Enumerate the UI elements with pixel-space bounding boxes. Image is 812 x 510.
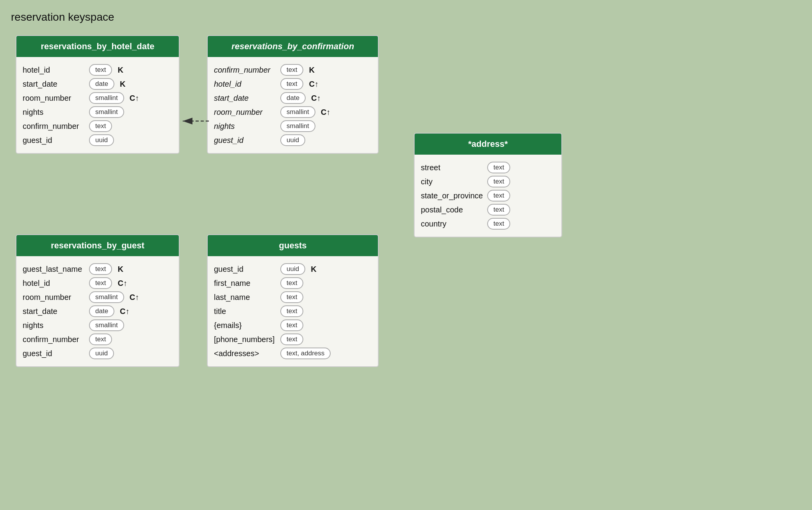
table-body-guests: guest_iduuidKfirst_nametextlast_nametext… <box>208 256 378 366</box>
field-name: hotel_id <box>214 80 276 89</box>
field-name: room_number <box>214 108 276 117</box>
table-row: guest_iduuid <box>23 134 173 146</box>
field-name: guest_id <box>214 136 276 145</box>
table-row: guest_last_nametextK <box>23 263 173 275</box>
field-name: postal_code <box>421 205 483 214</box>
type-badge: smallint <box>280 120 315 132</box>
field-name: guest_last_name <box>23 265 85 274</box>
table-row: guest_iduuid <box>214 134 372 146</box>
field-name: hotel_id <box>23 279 85 288</box>
type-badge: text <box>487 162 510 173</box>
table-row: room_numbersmallintC↑ <box>23 92 173 104</box>
field-name: start_date <box>214 94 276 103</box>
table-body-address: streettextcitytextstate_or_provincetextp… <box>415 155 561 237</box>
table-body-reservations-hotel-date: hotel_idtextKstart_datedateKroom_numbers… <box>16 57 179 153</box>
table-row: start_datedateK <box>23 78 173 90</box>
table-reservations-guest: reservations_by_guest guest_last_nametex… <box>16 234 180 367</box>
type-badge: text <box>280 333 303 345</box>
field-name: start_date <box>23 80 85 89</box>
key-marker: C↑ <box>118 279 127 288</box>
table-row: titletext <box>214 305 372 317</box>
table-row: nightssmallint <box>214 120 372 132</box>
table-body-reservations-confirmation: confirm_numbertextKhotel_idtextC↑start_d… <box>208 57 378 153</box>
table-row: guest_iduuidK <box>214 263 372 275</box>
table-header-guests: guests <box>208 235 378 256</box>
table-row: postal_codetext <box>421 204 555 216</box>
type-badge: smallint <box>280 106 315 118</box>
key-marker: C↑ <box>130 94 139 103</box>
type-badge: text <box>487 190 510 202</box>
table-row: state_or_provincetext <box>421 190 555 202</box>
table-row: nightssmallint <box>23 319 173 331</box>
type-badge: date <box>89 78 114 90</box>
table-row: countrytext <box>421 218 555 230</box>
table-row: guest_iduuid <box>23 348 173 359</box>
table-header-reservations-hotel-date: reservations_by_hotel_date <box>16 36 179 57</box>
table-header-reservations-guest: reservations_by_guest <box>16 235 179 256</box>
type-badge: text <box>89 277 112 289</box>
field-name: confirm_number <box>23 335 85 344</box>
type-badge: smallint <box>89 92 124 104</box>
key-marker: C↑ <box>311 94 321 103</box>
table-row: {emails}text <box>214 319 372 331</box>
type-badge: text <box>89 64 112 76</box>
page-title: reservation keyspace <box>11 11 114 23</box>
table-row: citytext <box>421 176 555 187</box>
type-badge: date <box>89 305 114 317</box>
type-badge: text <box>89 263 112 275</box>
field-name: state_or_province <box>421 191 483 200</box>
table-row: start_datedateC↑ <box>23 305 173 317</box>
type-badge: uuid <box>89 134 114 146</box>
type-badge: text <box>280 319 303 331</box>
key-marker: K <box>118 66 123 75</box>
table-address: *address* streettextcitytextstate_or_pro… <box>414 133 562 237</box>
field-name: room_number <box>23 293 85 302</box>
field-name: nights <box>214 122 276 131</box>
field-name: last_name <box>214 293 276 302</box>
type-badge: text <box>487 218 510 230</box>
key-marker: C↑ <box>321 108 330 117</box>
table-row: first_nametext <box>214 277 372 289</box>
table-row: [phone_numbers]text <box>214 333 372 345</box>
field-name: guest_id <box>23 349 85 358</box>
table-row: room_numbersmallintC↑ <box>23 291 173 303</box>
table-reservations-confirmation: reservations_by_confirmation confirm_num… <box>207 35 379 154</box>
table-header-reservations-confirmation: reservations_by_confirmation <box>208 36 378 57</box>
table-row: <addresses>text, address <box>214 348 372 359</box>
key-marker: K <box>118 265 123 274</box>
table-row: hotel_idtextC↑ <box>23 277 173 289</box>
type-badge: text <box>280 78 303 90</box>
table-row: nightssmallint <box>23 106 173 118</box>
table-body-reservations-guest: guest_last_nametextKhotel_idtextC↑room_n… <box>16 256 179 366</box>
key-marker: K <box>309 66 314 75</box>
table-row: hotel_idtextK <box>23 64 173 76</box>
type-badge: text <box>280 291 303 303</box>
table-row: room_numbersmallintC↑ <box>214 106 372 118</box>
field-name: <addresses> <box>214 349 276 358</box>
field-name: country <box>421 219 483 228</box>
table-row: streettext <box>421 162 555 173</box>
type-badge: text <box>280 305 303 317</box>
field-name: start_date <box>23 307 85 316</box>
field-name: confirm_number <box>23 122 85 131</box>
key-marker: C↑ <box>130 293 139 302</box>
field-name: guest_id <box>214 265 276 274</box>
key-marker: C↑ <box>309 80 318 89</box>
type-badge: uuid <box>280 134 305 146</box>
field-name: guest_id <box>23 136 85 145</box>
type-badge: text <box>487 204 510 216</box>
type-badge: text <box>89 120 112 132</box>
table-row: confirm_numbertext <box>23 333 173 345</box>
field-name: {emails} <box>214 321 276 330</box>
type-badge: smallint <box>89 106 124 118</box>
field-name: nights <box>23 108 85 117</box>
key-marker: C↑ <box>120 307 129 316</box>
table-row: start_datedateC↑ <box>214 92 372 104</box>
table-row: confirm_numbertextK <box>214 64 372 76</box>
type-badge: uuid <box>89 348 114 359</box>
type-badge: smallint <box>89 319 124 331</box>
field-name: city <box>421 177 483 186</box>
key-marker: K <box>311 265 316 274</box>
field-name: street <box>421 163 483 172</box>
table-row: hotel_idtextC↑ <box>214 78 372 90</box>
